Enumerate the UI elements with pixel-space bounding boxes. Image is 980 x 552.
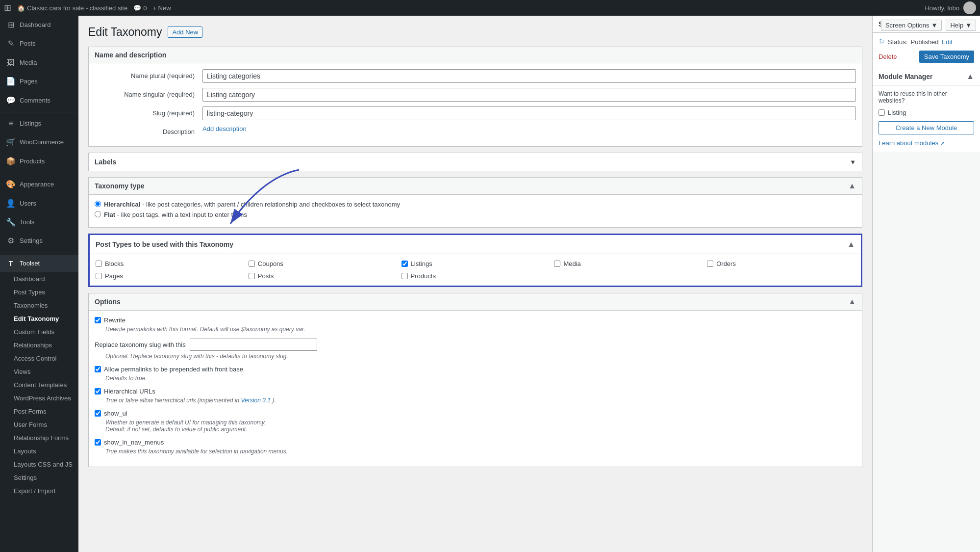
sidebar-separator-2 (0, 173, 78, 173)
screen-options-button[interactable]: Screen Options ▼ (881, 20, 942, 31)
users-icon: 👤 (6, 198, 16, 209)
tools-icon: 🔧 (6, 217, 16, 228)
sidebar-item-users[interactable]: 👤 Users (0, 194, 78, 213)
content-wrapper: Edit Taxonomy Add New Name and descripti… (78, 16, 872, 552)
hierarchical-radio[interactable] (95, 201, 101, 207)
pt-products-checkbox[interactable] (402, 273, 408, 279)
pt-orders-item: Orders (707, 260, 855, 267)
sidebar-item-settings[interactable]: ⚙ Settings (0, 232, 78, 250)
admin-bar-new[interactable]: + New (152, 4, 171, 12)
slug-input[interactable] (202, 106, 856, 120)
sidebar-sub-item-ts-relationship-forms[interactable]: Relationship Forms (0, 431, 78, 445)
pt-pages-checkbox[interactable] (96, 273, 102, 279)
options-toggle[interactable]: ▲ (848, 297, 856, 306)
show-in-nav-menus-checkbox[interactable] (95, 439, 101, 446)
module-manager-title: Module Manager (879, 73, 932, 80)
status-icon: ⚐ (879, 38, 885, 46)
show-ui-desc: Whether to generate a default UI for man… (105, 419, 856, 426)
delete-link[interactable]: Delete (879, 53, 897, 60)
description-label: Description (95, 125, 202, 135)
sidebar-sub-item-ts-layouts[interactable]: Layouts (0, 445, 78, 458)
name-plural-input[interactable] (202, 69, 856, 83)
post-types-wrapper: Post Types to be used with this Taxonomy… (88, 234, 862, 287)
taxonomy-type-toggle[interactable]: ▲ (848, 182, 856, 190)
module-manager-header: Module Manager ▲ (873, 68, 980, 85)
sidebar-item-comments[interactable]: 💬 Comments (0, 91, 78, 110)
appearance-icon: 🎨 (6, 179, 16, 190)
rewrite-label: Rewrite (104, 316, 126, 324)
listing-checkbox[interactable] (879, 109, 885, 116)
sidebar-sub-item-ts-export-import[interactable]: Export / Import (0, 484, 78, 498)
status-edit-link[interactable]: Edit (942, 38, 953, 46)
sidebar-sub-item-ts-content-templates[interactable]: Content Templates (0, 378, 78, 392)
pt-media-checkbox[interactable] (554, 261, 560, 267)
show-in-nav-menus-checkbox-row: show_in_nav_menus (95, 439, 856, 446)
save-taxonomy-button[interactable]: Save Taxonomy (919, 51, 974, 63)
create-new-module-button[interactable]: Create a New Module (879, 121, 974, 134)
sidebar-sub-item-ts-relationships[interactable]: Relationships (0, 339, 78, 352)
dashboard-icon: ⊞ (6, 20, 16, 30)
save-box-body: ⚐ Status: Published Edit Delete Save Tax… (873, 33, 980, 68)
hierarchical-urls-checkbox[interactable] (95, 388, 101, 394)
sidebar-item-dashboard[interactable]: ⊞ Dashboard (0, 16, 78, 34)
pt-blocks-item: Blocks (96, 260, 244, 267)
flat-option: Flat - like post tags, with a text input… (95, 211, 856, 218)
sidebar-sub-item-ts-wordpress-archives[interactable]: WordPress Archives (0, 392, 78, 405)
post-types-toggle[interactable]: ▲ (847, 240, 855, 249)
labels-header[interactable]: Labels ▼ (89, 153, 862, 171)
sidebar-sub-item-ts-access-control[interactable]: Access Control (0, 352, 78, 365)
sidebar-item-listings[interactable]: ≡ Listings (0, 114, 78, 133)
sidebar-item-products[interactable]: 📦 Products (0, 152, 78, 171)
show-ui-checkbox-row: show_ui (95, 410, 856, 417)
wp-logo[interactable]: ⊞ (4, 2, 11, 13)
learn-about-modules-link[interactable]: Learn about modules ↗ (879, 139, 945, 147)
version-3-1-link[interactable]: Version 3.1 (241, 397, 271, 404)
show-ui-checkbox[interactable] (95, 410, 101, 417)
admin-bar-comments[interactable]: 💬 0 (133, 4, 147, 12)
pt-orders-checkbox[interactable] (707, 261, 713, 267)
sidebar-sub-item-ts-edit-taxonomy[interactable]: Edit Taxonomy (0, 312, 78, 325)
sidebar-sub-item-ts-post-types[interactable]: Post Types (0, 286, 78, 299)
labels-panel: Labels ▼ (88, 153, 862, 171)
sidebar-sub-item-ts-settings[interactable]: Settings (0, 471, 78, 484)
sidebar-item-woocommerce[interactable]: 🛒 WooCommerce (0, 133, 78, 152)
sidebar-sub-item-ts-user-forms[interactable]: User Forms (0, 418, 78, 431)
sidebar-item-posts[interactable]: ✎ Posts (0, 34, 78, 53)
pt-blocks-checkbox[interactable] (96, 261, 102, 267)
sidebar-sub-item-ts-views[interactable]: Views (0, 365, 78, 378)
replace-slug-input[interactable] (190, 339, 317, 351)
pt-posts-checkbox[interactable] (249, 273, 255, 279)
sidebar-sub-item-ts-post-forms[interactable]: Post Forms (0, 405, 78, 418)
admin-bar-site-name[interactable]: 🏠 Classic cars for sale - classified sit… (17, 4, 127, 12)
sidebar-item-tools[interactable]: 🔧 Tools (0, 213, 78, 232)
sidebar-sub-item-ts-custom-fields[interactable]: Custom Fields (0, 325, 78, 339)
module-manager-toggle[interactable]: ▲ (966, 72, 974, 81)
flat-radio[interactable] (95, 211, 101, 217)
name-plural-row: Name plural (required) (95, 69, 856, 83)
show-ui-option-row: show_ui Whether to generate a default UI… (95, 410, 856, 433)
name-singular-input[interactable] (202, 88, 856, 102)
external-link-icon: ↗ (940, 140, 945, 146)
add-new-button[interactable]: Add New (168, 26, 202, 38)
sidebar-sub-item-ts-dashboard[interactable]: Dashboard (0, 272, 78, 286)
sidebar-item-toolset[interactable]: T Toolset (0, 255, 78, 273)
pt-listings-checkbox[interactable] (402, 261, 408, 267)
allow-permalinks-label: Allow permalinks to be prepended with fr… (104, 366, 243, 373)
sidebar-sub-item-ts-layouts-css-js[interactable]: Layouts CSS and JS (0, 458, 78, 471)
rewrite-checkbox[interactable] (95, 317, 101, 323)
allow-permalinks-checkbox[interactable] (95, 366, 101, 372)
name-plural-label: Name plural (required) (95, 69, 202, 79)
allow-permalinks-desc: Defaults to true. (105, 375, 856, 382)
module-manager-body: Want to reuse this in other websites? Li… (873, 85, 980, 152)
pt-coupons-checkbox[interactable] (249, 261, 255, 267)
help-button[interactable]: Help ▼ (946, 20, 976, 31)
sidebar-sub-item-ts-taxonomies[interactable]: Taxonomies (0, 299, 78, 312)
add-description-link[interactable]: Add description (202, 125, 247, 132)
sidebar-item-appearance[interactable]: 🎨 Appearance (0, 175, 78, 194)
pt-products-item: Products (402, 272, 550, 280)
sidebar-item-media[interactable]: 🖼 Media (0, 53, 78, 72)
hierarchical-urls-checkbox-row: Hierarchical URLs (95, 388, 856, 395)
sidebar-item-pages[interactable]: 📄 Pages (0, 72, 78, 91)
taxonomy-type-title: Taxonomy type (95, 182, 145, 190)
pt-products-label: Products (411, 272, 436, 280)
